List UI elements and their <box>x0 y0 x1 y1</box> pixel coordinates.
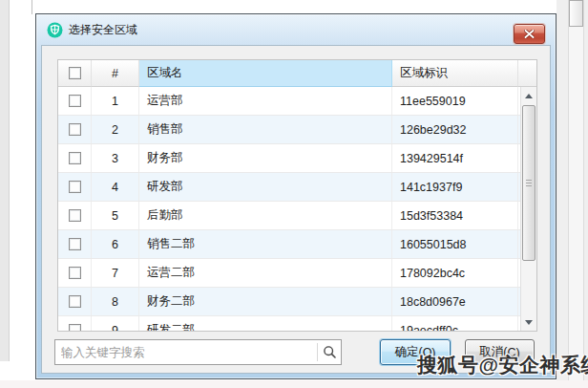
search-box <box>54 339 342 365</box>
row-checkbox-cell[interactable] <box>58 230 92 258</box>
table-row[interactable]: 8 财务二部 18c8d0967e <box>58 288 520 316</box>
watermark: 搜狐号@安企神系统 <box>417 352 588 378</box>
row-zone-id: 11ee559019 <box>392 87 518 115</box>
row-index: 5 <box>92 202 139 229</box>
table-scrollbar-thumb[interactable] <box>522 105 536 261</box>
background-scrollbar-track[interactable] <box>568 0 584 388</box>
row-index: 8 <box>92 288 139 315</box>
row-zone-name: 运营部 <box>139 87 392 115</box>
scroll-down-button[interactable] <box>521 314 536 330</box>
row-checkbox-cell[interactable] <box>58 144 92 172</box>
table-row[interactable]: 1 运营部 11ee559019 <box>58 87 520 116</box>
row-zone-id: 18c8d0967e <box>392 288 518 315</box>
close-button[interactable] <box>514 24 545 44</box>
row-checkbox-cell[interactable] <box>58 288 92 315</box>
row-zone-id: 126be29d32 <box>392 116 518 143</box>
row-checkbox-cell[interactable] <box>58 116 92 143</box>
security-shield-icon <box>47 22 63 38</box>
row-zone-id: 19aecdff0c <box>392 316 518 332</box>
select-all-cell[interactable] <box>58 60 92 87</box>
row-checkbox-cell[interactable] <box>58 173 92 201</box>
dialog-body: # 区域名 区域标识 1 运营部 11ee559019 2 销售部 126be2… <box>42 46 550 373</box>
row-index: 4 <box>92 173 139 201</box>
column-header-zone-id[interactable]: 区域标识 <box>392 60 518 87</box>
row-checkbox-cell[interactable] <box>58 316 92 332</box>
table-body: 1 运营部 11ee559019 2 销售部 126be29d32 3 财务部 … <box>58 87 520 332</box>
scroll-up-button[interactable] <box>521 88 536 103</box>
search-input[interactable] <box>55 340 319 364</box>
chevron-up-icon <box>525 94 533 98</box>
background-window-edge <box>32 0 32 14</box>
column-header-filler <box>518 60 536 87</box>
row-zone-id: 141c1937f9 <box>392 173 518 201</box>
row-checkbox[interactable] <box>69 209 81 222</box>
table-row[interactable]: 6 销售二部 16055015d8 <box>58 230 520 259</box>
row-index: 3 <box>92 144 139 172</box>
row-checkbox[interactable] <box>69 267 81 279</box>
row-zone-name: 销售部 <box>139 116 392 143</box>
dialog-titlebar[interactable]: 选择安全区域 <box>36 14 556 46</box>
row-checkbox[interactable] <box>69 181 81 193</box>
row-index: 1 <box>92 87 139 115</box>
table-row[interactable]: 2 销售部 126be29d32 <box>58 116 520 144</box>
row-index: 2 <box>92 116 139 143</box>
row-zone-name: 后勤部 <box>139 202 392 229</box>
zones-table: # 区域名 区域标识 1 运营部 11ee559019 2 销售部 126be2… <box>57 59 537 332</box>
row-checkbox-cell[interactable] <box>58 87 92 115</box>
row-checkbox-cell[interactable] <box>58 202 92 229</box>
table-row[interactable]: 9 研发二部 19aecdff0c <box>58 316 520 332</box>
close-icon <box>524 30 535 38</box>
screen: 选择安全区域 # 区域名 区域标识 <box>0 0 588 388</box>
row-checkbox[interactable] <box>69 295 81 308</box>
table-row[interactable]: 7 运营二部 178092bc4c <box>58 259 520 288</box>
row-checkbox[interactable] <box>69 324 81 332</box>
background-scrollbar-thumb[interactable] <box>569 0 583 27</box>
row-checkbox[interactable] <box>69 152 81 164</box>
row-index: 9 <box>92 316 139 332</box>
row-checkbox[interactable] <box>69 95 81 107</box>
row-zone-name: 研发部 <box>139 173 392 201</box>
select-all-checkbox[interactable] <box>69 67 81 79</box>
table-row[interactable]: 4 研发部 141c1937f9 <box>58 173 520 202</box>
background-bottom-strip <box>0 380 588 388</box>
table-row[interactable]: 5 后勤部 15d3f53384 <box>58 202 520 230</box>
table-header-row: # 区域名 区域标识 <box>58 60 536 87</box>
table-row[interactable]: 3 财务部 139429514f <box>58 144 520 173</box>
row-checkbox[interactable] <box>69 238 81 250</box>
row-checkbox[interactable] <box>69 123 81 136</box>
row-index: 6 <box>92 230 139 258</box>
column-header-index[interactable]: # <box>92 60 139 87</box>
search-icon[interactable] <box>323 345 337 359</box>
row-zone-id: 15d3f53384 <box>392 202 518 229</box>
row-zone-name: 财务二部 <box>139 288 392 315</box>
select-security-zone-dialog: 选择安全区域 # 区域名 区域标识 <box>35 13 556 379</box>
row-zone-name: 研发二部 <box>139 316 392 332</box>
column-header-zone-name[interactable]: 区域名 <box>139 60 392 87</box>
row-checkbox-cell[interactable] <box>58 259 92 287</box>
row-zone-name: 运营二部 <box>139 259 392 287</box>
search-divider <box>317 343 318 361</box>
chevron-down-icon <box>525 320 533 325</box>
table-scrollbar[interactable] <box>520 87 536 331</box>
row-zone-id: 139429514f <box>392 144 518 172</box>
background-left-panel <box>0 0 10 361</box>
dialog-title: 选择安全区域 <box>69 22 137 38</box>
row-index: 7 <box>92 259 139 287</box>
row-zone-id: 178092bc4c <box>392 259 518 287</box>
row-zone-name: 财务部 <box>139 144 392 172</box>
row-zone-name: 销售二部 <box>139 230 392 258</box>
row-zone-id: 16055015d8 <box>392 230 518 258</box>
